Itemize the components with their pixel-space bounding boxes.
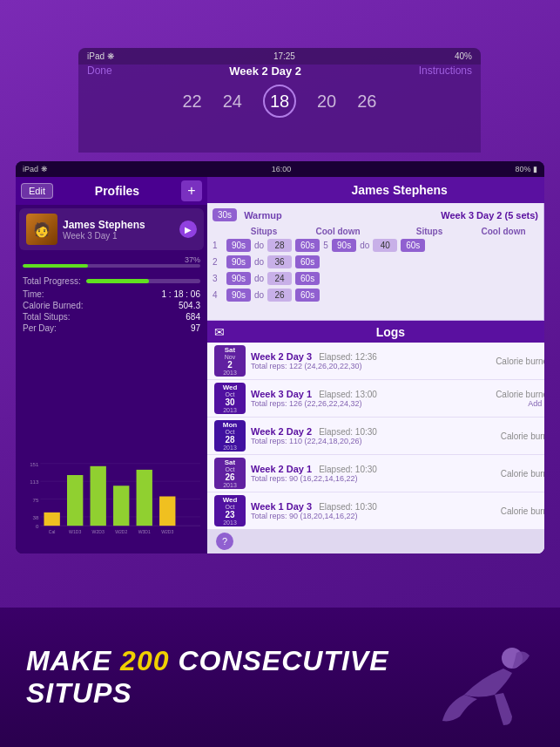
- svg-text:113: 113: [30, 479, 39, 485]
- list-item[interactable]: Wed Oct 23 2013 Week 1 Day 3 Elapsed: 10…: [207, 492, 544, 529]
- col-header-situps: Situps: [225, 227, 303, 236]
- log-info: Week 2 Day 1 Elapsed: 10:30 Total reps: …: [251, 464, 501, 483]
- ipad-status-right: 80% ▮: [515, 165, 537, 173]
- list-item[interactable]: Sat Oct 26 2013 Week 2 Day 1 Elapsed: 10…: [207, 455, 544, 492]
- perday-row: Per Day: 97: [23, 323, 200, 333]
- svg-text:W2D2: W2D2: [115, 529, 127, 534]
- ipad-status-center: 16:00: [272, 165, 292, 173]
- situps-value: 684: [186, 312, 200, 322]
- profile-item[interactable]: 🧑 James Stephens Week 3 Day 1 ▶: [19, 208, 204, 250]
- cell-cool1-r2[interactable]: 60s: [295, 255, 320, 268]
- bottom-banner: MAKE 200 CONSECUTIVE SITUPS: [0, 608, 560, 747]
- situp-figure-svg: [429, 625, 534, 730]
- total-progress-fill: [86, 279, 149, 283]
- cell-cool1-r4[interactable]: 60s: [295, 289, 320, 302]
- svg-text:0: 0: [36, 523, 39, 529]
- done-button[interactable]: Done: [87, 65, 112, 78]
- svg-text:W2D3: W2D3: [92, 529, 105, 534]
- bar-chart: 151 113 75 38 0 Cal W1D3 W2D3 W2: [16, 458, 207, 553]
- workout-row-header: 30s Warmup Week 3 Day 2 (5 sets): [213, 208, 538, 221]
- situps-label: Total Situps:: [23, 312, 70, 322]
- svg-text:75: 75: [33, 497, 39, 503]
- cell-val1-r1[interactable]: 28: [267, 239, 292, 252]
- cell-reps1-r3[interactable]: 90s: [226, 272, 251, 285]
- top-status-center: 17:25: [273, 51, 295, 61]
- chart-svg: 151 113 75 38 0 Cal W1D3 W2D3 W2: [23, 458, 200, 536]
- bottom-toolbar: ? ⚙: [207, 529, 544, 553]
- cal-26[interactable]: 26: [357, 92, 376, 112]
- cell-reps2-r1[interactable]: 90s: [332, 239, 356, 252]
- log-calorie: Calorie burned: 62.0: [501, 469, 544, 479]
- week-title: Week 3 Day 2 (5 sets): [441, 210, 538, 221]
- profile-progress-bar: [23, 264, 200, 268]
- svg-text:W2D3: W2D3: [161, 529, 173, 534]
- col-header-cooldown: Cool down: [303, 227, 373, 236]
- cell-val2-r1[interactable]: 40: [373, 239, 397, 252]
- right-header: James Stephens GO: [207, 177, 544, 203]
- cell-reps1-r1[interactable]: 90s: [226, 239, 251, 252]
- logs-header: ✉ Logs Edit: [207, 321, 544, 343]
- warmup-label: Warmup: [244, 210, 282, 221]
- instructions-button[interactable]: Instructions: [419, 65, 472, 78]
- perday-value: 97: [191, 323, 200, 333]
- cell-reps1-r2[interactable]: 90s: [226, 255, 251, 268]
- svg-text:151: 151: [30, 461, 39, 467]
- table-row: 4 90s do 26 60s: [213, 289, 538, 302]
- total-progress-bar: [86, 279, 200, 283]
- list-item[interactable]: Mon Oct 28 2013 Week 2 Day 2 Elapsed: 10…: [207, 418, 544, 455]
- cal-24[interactable]: 24: [223, 92, 242, 112]
- list-item[interactable]: Wed Oct 30 2013 Week 3 Day 1 Elapsed: 13…: [207, 380, 544, 418]
- cal-20[interactable]: 20: [317, 92, 336, 112]
- profile-progress-fill: [23, 264, 88, 268]
- help-button[interactable]: ?: [216, 533, 233, 550]
- ipad-content: Edit Profiles + 🧑 James Stephens Week 3 …: [16, 177, 544, 553]
- col-header-situps2: Situps: [390, 227, 469, 236]
- total-progress-label: Total Progress:: [23, 276, 81, 286]
- avatar: 🧑: [26, 214, 57, 245]
- top-status-left: iPad ❋: [87, 51, 114, 61]
- log-calorie-note: Calorie burned: 120.1 Add note here.: [496, 390, 544, 408]
- perday-label: Per Day:: [23, 323, 57, 333]
- profiles-header: Edit Profiles +: [16, 177, 207, 205]
- ipad-status-left: iPad ❋: [23, 165, 48, 173]
- log-info: Week 2 Day 3 Elapsed: 12:36 Total reps: …: [251, 351, 496, 370]
- log-info: Week 3 Day 1 Elapsed: 13:00 Total reps: …: [251, 389, 496, 408]
- log-date-badge: Wed Oct 30 2013: [214, 383, 246, 414]
- banner-figure: [429, 625, 534, 730]
- cal-22[interactable]: 22: [183, 92, 202, 112]
- workout-table: 30s Warmup Week 3 Day 2 (5 sets) Situps …: [207, 203, 543, 320]
- top-status-right: 40%: [455, 51, 472, 61]
- svg-rect-11: [67, 475, 83, 526]
- log-info: Week 2 Day 2 Elapsed: 10:30 Total reps: …: [251, 426, 501, 445]
- banner-line2: SITUPS: [26, 677, 389, 710]
- calendar-row: 22 24 18 20 26: [78, 78, 481, 125]
- cell-val1-r4[interactable]: 26: [267, 289, 292, 302]
- cell-cool1-r1[interactable]: 60s: [295, 239, 320, 252]
- time-label: Time:: [23, 289, 44, 299]
- cell-val1-r2[interactable]: 36: [267, 255, 292, 268]
- cell-val1-r3[interactable]: 24: [267, 272, 292, 285]
- mail-icon: ✉: [214, 325, 225, 339]
- cell-cool1-r3[interactable]: 60s: [295, 272, 320, 285]
- log-calorie: Calorie burned: 106.3: [496, 357, 544, 366]
- list-item[interactable]: Sat Nov 2 2013 Week 2 Day 3 Elapsed: 12:…: [207, 343, 544, 380]
- log-date-badge: Wed Oct 23 2013: [214, 495, 246, 526]
- cell-reps1-r4[interactable]: 90s: [226, 289, 251, 302]
- svg-rect-14: [137, 470, 152, 526]
- cell-cool2-r1[interactable]: 60s: [401, 239, 425, 252]
- log-calorie: Calorie burned: 52.8: [501, 506, 544, 516]
- svg-rect-10: [44, 513, 59, 526]
- right-header-title: James Stephens: [351, 183, 448, 197]
- cal-18-active[interactable]: 18: [263, 85, 296, 118]
- profiles-add-button[interactable]: +: [181, 180, 202, 201]
- calorie-label: Calorie Burned:: [23, 301, 83, 310]
- situps-row: Total Situps: 684: [23, 312, 200, 322]
- svg-rect-15: [159, 496, 175, 526]
- log-calorie: Calorie burned: 66.3: [501, 431, 544, 441]
- total-progress-row: Total Progress:: [23, 276, 200, 286]
- profiles-edit-button[interactable]: Edit: [21, 183, 53, 199]
- profile-info: James Stephens Week 3 Day 1: [57, 219, 179, 241]
- svg-rect-13: [113, 486, 129, 526]
- side-nav: Week 3 Day 1 Week 3 Day 2 Week 3 Day 3: [543, 203, 544, 320]
- banner-line1: MAKE 200 CONSECUTIVE: [26, 645, 389, 677]
